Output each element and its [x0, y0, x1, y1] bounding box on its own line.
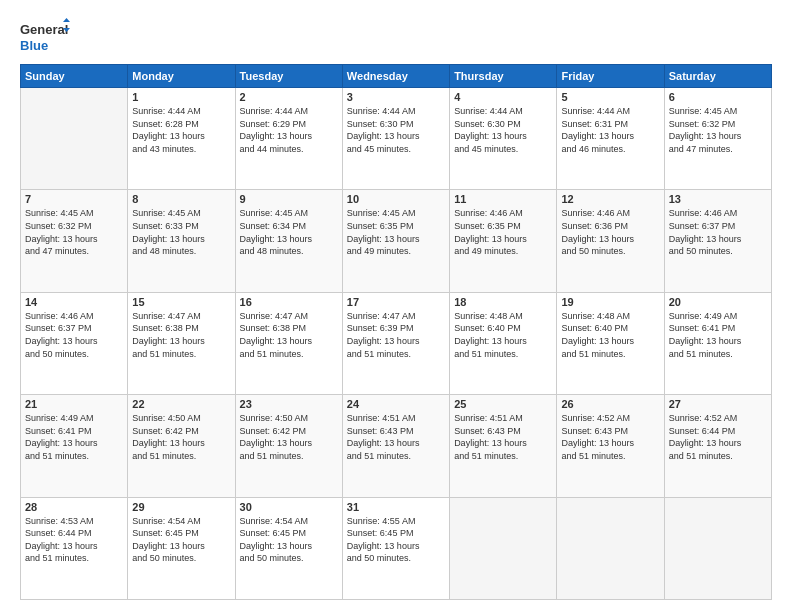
calendar-day-header: Sunday — [21, 65, 128, 88]
day-info: Sunrise: 4:44 AMSunset: 6:29 PMDaylight:… — [240, 105, 338, 155]
day-number: 9 — [240, 193, 338, 205]
day-number: 22 — [132, 398, 230, 410]
calendar-cell: 27Sunrise: 4:52 AMSunset: 6:44 PMDayligh… — [664, 395, 771, 497]
day-number: 26 — [561, 398, 659, 410]
calendar-cell: 6Sunrise: 4:45 AMSunset: 6:32 PMDaylight… — [664, 88, 771, 190]
calendar-week-row: 7Sunrise: 4:45 AMSunset: 6:32 PMDaylight… — [21, 190, 772, 292]
day-info: Sunrise: 4:45 AMSunset: 6:32 PMDaylight:… — [669, 105, 767, 155]
calendar-day-header: Tuesday — [235, 65, 342, 88]
logo: General Blue — [20, 18, 70, 56]
day-info: Sunrise: 4:48 AMSunset: 6:40 PMDaylight:… — [561, 310, 659, 360]
day-number: 21 — [25, 398, 123, 410]
calendar-cell: 22Sunrise: 4:50 AMSunset: 6:42 PMDayligh… — [128, 395, 235, 497]
calendar-day-header: Wednesday — [342, 65, 449, 88]
day-info: Sunrise: 4:55 AMSunset: 6:45 PMDaylight:… — [347, 515, 445, 565]
calendar-cell — [664, 497, 771, 599]
day-number: 15 — [132, 296, 230, 308]
day-number: 8 — [132, 193, 230, 205]
calendar-week-row: 1Sunrise: 4:44 AMSunset: 6:28 PMDaylight… — [21, 88, 772, 190]
day-number: 6 — [669, 91, 767, 103]
day-number: 30 — [240, 501, 338, 513]
day-info: Sunrise: 4:51 AMSunset: 6:43 PMDaylight:… — [347, 412, 445, 462]
calendar-cell: 21Sunrise: 4:49 AMSunset: 6:41 PMDayligh… — [21, 395, 128, 497]
day-info: Sunrise: 4:46 AMSunset: 6:35 PMDaylight:… — [454, 207, 552, 257]
day-number: 7 — [25, 193, 123, 205]
calendar-week-row: 28Sunrise: 4:53 AMSunset: 6:44 PMDayligh… — [21, 497, 772, 599]
day-info: Sunrise: 4:50 AMSunset: 6:42 PMDaylight:… — [240, 412, 338, 462]
calendar-cell: 18Sunrise: 4:48 AMSunset: 6:40 PMDayligh… — [450, 292, 557, 394]
calendar-cell: 14Sunrise: 4:46 AMSunset: 6:37 PMDayligh… — [21, 292, 128, 394]
calendar-day-header: Monday — [128, 65, 235, 88]
calendar-cell: 1Sunrise: 4:44 AMSunset: 6:28 PMDaylight… — [128, 88, 235, 190]
logo-svg: General Blue — [20, 18, 70, 56]
calendar-cell: 10Sunrise: 4:45 AMSunset: 6:35 PMDayligh… — [342, 190, 449, 292]
day-number: 2 — [240, 91, 338, 103]
day-info: Sunrise: 4:45 AMSunset: 6:34 PMDaylight:… — [240, 207, 338, 257]
calendar-cell: 19Sunrise: 4:48 AMSunset: 6:40 PMDayligh… — [557, 292, 664, 394]
day-info: Sunrise: 4:45 AMSunset: 6:32 PMDaylight:… — [25, 207, 123, 257]
day-info: Sunrise: 4:54 AMSunset: 6:45 PMDaylight:… — [240, 515, 338, 565]
calendar-day-header: Saturday — [664, 65, 771, 88]
calendar-cell: 23Sunrise: 4:50 AMSunset: 6:42 PMDayligh… — [235, 395, 342, 497]
calendar-cell: 25Sunrise: 4:51 AMSunset: 6:43 PMDayligh… — [450, 395, 557, 497]
day-info: Sunrise: 4:47 AMSunset: 6:38 PMDaylight:… — [132, 310, 230, 360]
day-info: Sunrise: 4:53 AMSunset: 6:44 PMDaylight:… — [25, 515, 123, 565]
calendar-cell: 24Sunrise: 4:51 AMSunset: 6:43 PMDayligh… — [342, 395, 449, 497]
calendar-week-row: 21Sunrise: 4:49 AMSunset: 6:41 PMDayligh… — [21, 395, 772, 497]
day-number: 10 — [347, 193, 445, 205]
day-info: Sunrise: 4:45 AMSunset: 6:33 PMDaylight:… — [132, 207, 230, 257]
day-number: 1 — [132, 91, 230, 103]
day-info: Sunrise: 4:44 AMSunset: 6:30 PMDaylight:… — [347, 105, 445, 155]
day-number: 5 — [561, 91, 659, 103]
day-info: Sunrise: 4:47 AMSunset: 6:39 PMDaylight:… — [347, 310, 445, 360]
calendar-cell: 13Sunrise: 4:46 AMSunset: 6:37 PMDayligh… — [664, 190, 771, 292]
calendar-cell — [450, 497, 557, 599]
day-number: 23 — [240, 398, 338, 410]
day-number: 27 — [669, 398, 767, 410]
calendar-cell — [21, 88, 128, 190]
calendar-cell: 20Sunrise: 4:49 AMSunset: 6:41 PMDayligh… — [664, 292, 771, 394]
day-info: Sunrise: 4:52 AMSunset: 6:44 PMDaylight:… — [669, 412, 767, 462]
day-info: Sunrise: 4:54 AMSunset: 6:45 PMDaylight:… — [132, 515, 230, 565]
calendar-cell: 31Sunrise: 4:55 AMSunset: 6:45 PMDayligh… — [342, 497, 449, 599]
day-number: 24 — [347, 398, 445, 410]
calendar-cell: 9Sunrise: 4:45 AMSunset: 6:34 PMDaylight… — [235, 190, 342, 292]
calendar-cell: 8Sunrise: 4:45 AMSunset: 6:33 PMDaylight… — [128, 190, 235, 292]
day-info: Sunrise: 4:49 AMSunset: 6:41 PMDaylight:… — [25, 412, 123, 462]
calendar-cell: 5Sunrise: 4:44 AMSunset: 6:31 PMDaylight… — [557, 88, 664, 190]
calendar-week-row: 14Sunrise: 4:46 AMSunset: 6:37 PMDayligh… — [21, 292, 772, 394]
calendar-day-header: Friday — [557, 65, 664, 88]
calendar-cell: 17Sunrise: 4:47 AMSunset: 6:39 PMDayligh… — [342, 292, 449, 394]
calendar-day-header: Thursday — [450, 65, 557, 88]
day-info: Sunrise: 4:44 AMSunset: 6:30 PMDaylight:… — [454, 105, 552, 155]
day-number: 25 — [454, 398, 552, 410]
day-info: Sunrise: 4:44 AMSunset: 6:28 PMDaylight:… — [132, 105, 230, 155]
day-number: 13 — [669, 193, 767, 205]
calendar-cell: 3Sunrise: 4:44 AMSunset: 6:30 PMDaylight… — [342, 88, 449, 190]
day-info: Sunrise: 4:52 AMSunset: 6:43 PMDaylight:… — [561, 412, 659, 462]
day-number: 20 — [669, 296, 767, 308]
svg-marker-2 — [63, 18, 70, 22]
day-info: Sunrise: 4:46 AMSunset: 6:37 PMDaylight:… — [669, 207, 767, 257]
day-number: 31 — [347, 501, 445, 513]
calendar-cell: 16Sunrise: 4:47 AMSunset: 6:38 PMDayligh… — [235, 292, 342, 394]
calendar-cell: 4Sunrise: 4:44 AMSunset: 6:30 PMDaylight… — [450, 88, 557, 190]
calendar-cell — [557, 497, 664, 599]
day-number: 12 — [561, 193, 659, 205]
day-number: 18 — [454, 296, 552, 308]
day-number: 14 — [25, 296, 123, 308]
calendar-cell: 30Sunrise: 4:54 AMSunset: 6:45 PMDayligh… — [235, 497, 342, 599]
day-number: 4 — [454, 91, 552, 103]
day-info: Sunrise: 4:50 AMSunset: 6:42 PMDaylight:… — [132, 412, 230, 462]
day-number: 17 — [347, 296, 445, 308]
calendar-cell: 15Sunrise: 4:47 AMSunset: 6:38 PMDayligh… — [128, 292, 235, 394]
day-info: Sunrise: 4:48 AMSunset: 6:40 PMDaylight:… — [454, 310, 552, 360]
day-number: 28 — [25, 501, 123, 513]
day-info: Sunrise: 4:45 AMSunset: 6:35 PMDaylight:… — [347, 207, 445, 257]
day-number: 29 — [132, 501, 230, 513]
day-number: 16 — [240, 296, 338, 308]
day-info: Sunrise: 4:44 AMSunset: 6:31 PMDaylight:… — [561, 105, 659, 155]
page: General Blue SundayMondayTuesdayWednesda… — [0, 0, 792, 612]
calendar-cell: 26Sunrise: 4:52 AMSunset: 6:43 PMDayligh… — [557, 395, 664, 497]
day-info: Sunrise: 4:47 AMSunset: 6:38 PMDaylight:… — [240, 310, 338, 360]
